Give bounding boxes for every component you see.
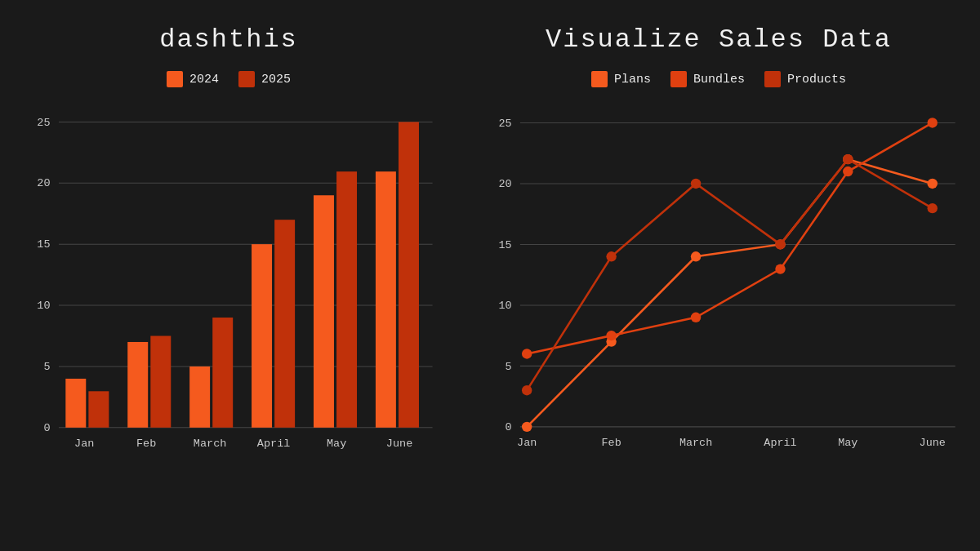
bundles-dot-feb — [606, 331, 616, 340]
svg-text:March: March — [679, 437, 712, 449]
bar-jan-2024 — [65, 379, 86, 428]
svg-text:May: May — [327, 438, 346, 450]
svg-text:0: 0 — [505, 421, 511, 433]
svg-text:April: April — [257, 438, 291, 450]
line-legend: Plans Bundles Products — [474, 71, 964, 87]
products-dot-may — [843, 154, 853, 164]
plans-dot-june — [928, 179, 938, 189]
svg-text:Feb: Feb — [602, 437, 621, 449]
svg-text:15: 15 — [498, 239, 511, 251]
legend-color-plans — [591, 71, 608, 87]
legend-color-products — [764, 71, 781, 87]
plans-dot-jan — [522, 422, 532, 432]
bundles-line — [527, 122, 933, 353]
bar-jan-2025 — [88, 391, 109, 428]
svg-text:Jan: Jan — [517, 437, 537, 449]
products-dot-feb — [606, 251, 616, 261]
legend-item-plans: Plans — [591, 71, 651, 87]
svg-text:15: 15 — [37, 238, 50, 251]
svg-text:25: 25 — [37, 117, 50, 129]
left-panel: dashthis 2024 2025 0 5 10 15 — [0, 0, 457, 551]
legend-item-bundles: Bundles — [670, 71, 745, 87]
legend-label-2025: 2025 — [261, 73, 291, 87]
bundles-dot-april — [775, 264, 785, 273]
svg-text:25: 25 — [498, 118, 511, 130]
line-chart-svg: 0 5 10 15 20 25 Jan Feb March April May … — [474, 96, 964, 471]
bar-april-2024 — [252, 244, 272, 428]
products-line — [527, 159, 933, 390]
products-dot-jan — [522, 385, 532, 395]
svg-text:March: March — [194, 438, 227, 450]
svg-text:June: June — [386, 438, 412, 450]
line-chart-area: Plans Bundles Products 0 5 10 15 — [474, 71, 964, 527]
bar-legend: 2024 2025 — [16, 71, 441, 87]
svg-text:5: 5 — [43, 361, 50, 373]
bar-may-2024 — [314, 195, 334, 428]
legend-item-2025: 2025 — [238, 71, 291, 87]
legend-label-plans: Plans — [614, 73, 651, 87]
svg-text:20: 20 — [498, 178, 511, 190]
products-dot-june — [928, 203, 938, 213]
svg-text:April: April — [764, 437, 796, 449]
svg-text:5: 5 — [505, 361, 511, 373]
svg-text:June: June — [920, 437, 946, 449]
right-panel: Visualize Sales Data Plans Bundles Produ… — [457, 0, 980, 551]
bar-march-2025 — [212, 318, 233, 428]
svg-text:20: 20 — [37, 177, 50, 189]
legend-label-bundles: Bundles — [693, 73, 745, 87]
bar-feb-2024 — [127, 342, 148, 428]
bundles-dot-jan — [522, 349, 532, 358]
legend-item-products: Products — [764, 71, 846, 87]
svg-text:10: 10 — [37, 300, 50, 312]
bundles-dot-may — [843, 167, 853, 176]
bar-chart-area: 2024 2025 0 5 10 15 20 25 — [16, 71, 441, 527]
plans-dot-march — [691, 251, 701, 261]
legend-color-bundles — [670, 71, 687, 87]
legend-color-2025 — [238, 71, 255, 87]
bundles-dot-march — [691, 313, 701, 322]
legend-item-2024: 2024 — [167, 71, 219, 87]
legend-label-2024: 2024 — [189, 73, 219, 87]
bar-june-2025 — [399, 122, 419, 427]
bar-march-2024 — [189, 367, 210, 428]
products-dot-march — [691, 179, 701, 189]
right-title: Visualize Sales Data — [546, 24, 892, 55]
svg-text:Feb: Feb — [136, 438, 156, 450]
bar-june-2024 — [376, 171, 396, 428]
svg-text:Jan: Jan — [74, 438, 94, 450]
svg-text:10: 10 — [498, 300, 511, 312]
legend-color-2024 — [167, 71, 183, 87]
svg-text:0: 0 — [43, 422, 50, 434]
bar-feb-2025 — [150, 335, 171, 427]
bar-may-2025 — [336, 171, 357, 428]
app-title: dashthis — [159, 24, 298, 55]
bar-chart-svg: 0 5 10 15 20 25 Jan Feb — [16, 96, 441, 471]
bundles-dot-june — [928, 118, 938, 127]
legend-label-products: Products — [787, 73, 846, 87]
products-dot-april — [775, 239, 785, 249]
bar-april-2025 — [274, 220, 295, 428]
svg-text:May: May — [838, 437, 858, 449]
